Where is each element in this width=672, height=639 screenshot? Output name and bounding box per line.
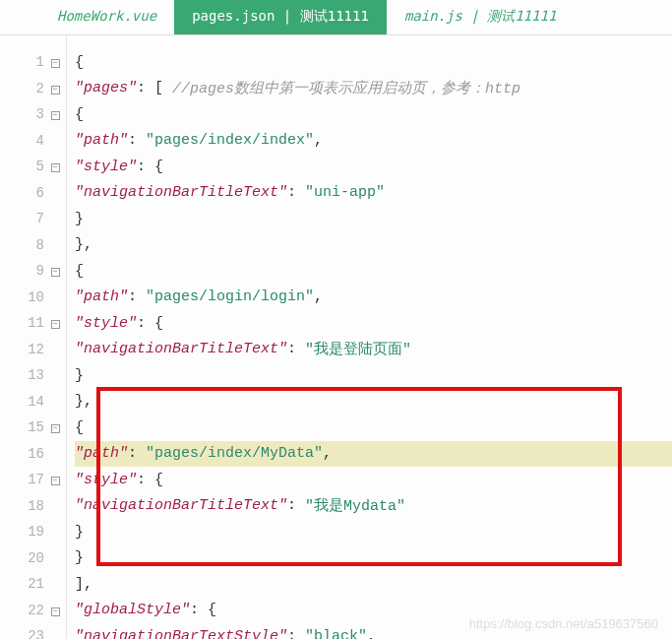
line-number: 9− — [0, 258, 66, 285]
code-line: { — [75, 101, 672, 128]
line-number: 6 — [0, 180, 66, 207]
code-line: "navigationBarTitleText": "我是Mydata" — [75, 493, 672, 520]
line-number: 21 — [0, 571, 66, 598]
code-line-highlighted: "path": "pages/index/MyData", — [75, 441, 672, 468]
code-line: "style": { — [75, 154, 672, 180]
line-number: 14 — [0, 389, 66, 415]
line-number: 3− — [0, 101, 66, 128]
line-number: 5− — [0, 154, 66, 180]
code-line: "pages": [ //pages数组中第一项表示应用启动页，参考：http — [75, 76, 672, 102]
tab-main-js[interactable]: main.js | 测试11111 — [387, 0, 574, 34]
line-number: 16 — [0, 441, 66, 468]
code-line: }, — [75, 232, 672, 259]
code-line: } — [75, 545, 672, 572]
line-number: 18 — [0, 493, 66, 520]
code-line: { — [75, 49, 672, 76]
watermark: https://blog.csdn.net/a519637560 — [469, 616, 658, 631]
code-line: } — [75, 206, 672, 232]
code-line: "path": "pages/index/index", — [75, 128, 672, 155]
line-number: 17− — [0, 467, 66, 493]
code-line: "style": { — [75, 310, 672, 337]
tab-pages-json[interactable]: pages.json | 测试11111 — [174, 0, 387, 34]
code-line: "navigationBarTitleText": "uni-app" — [75, 180, 672, 207]
code-area[interactable]: { "pages": [ //pages数组中第一项表示应用启动页，参考：htt… — [67, 35, 672, 639]
code-line: "path": "pages/login/login", — [75, 285, 672, 311]
code-editor[interactable]: 1− 2− 3− 4 5− 6 7 8 9− 10 11− 12 13 14 1… — [0, 35, 672, 639]
code-line: ], — [75, 571, 672, 598]
line-number: 10 — [0, 285, 66, 311]
code-line: } — [75, 519, 672, 545]
line-number: 12 — [0, 337, 66, 363]
line-number: 22− — [0, 598, 66, 624]
line-number: 13 — [0, 362, 66, 389]
line-number: 1− — [0, 49, 66, 76]
code-line: }, — [75, 389, 672, 415]
line-number: 23 — [0, 623, 66, 639]
editor-tabs: HomeWork.vue pages.json | 测试11111 main.j… — [0, 0, 672, 35]
code-line: { — [75, 415, 672, 441]
line-gutter: 1− 2− 3− 4 5− 6 7 8 9− 10 11− 12 13 14 1… — [0, 35, 67, 639]
line-number: 8 — [0, 232, 66, 259]
line-number: 20 — [0, 545, 66, 572]
line-number: 19 — [0, 519, 66, 545]
line-number: 11− — [0, 310, 66, 337]
code-line: "style": { — [75, 467, 672, 493]
tab-homework[interactable]: HomeWork.vue — [39, 0, 174, 34]
code-line: } — [75, 362, 672, 389]
line-number: 7 — [0, 206, 66, 232]
code-line: { — [75, 258, 672, 285]
line-number: 4 — [0, 128, 66, 155]
line-number: 2− — [0, 76, 66, 102]
line-number: 15− — [0, 415, 66, 441]
code-line: "navigationBarTitleText": "我是登陆页面" — [75, 337, 672, 363]
